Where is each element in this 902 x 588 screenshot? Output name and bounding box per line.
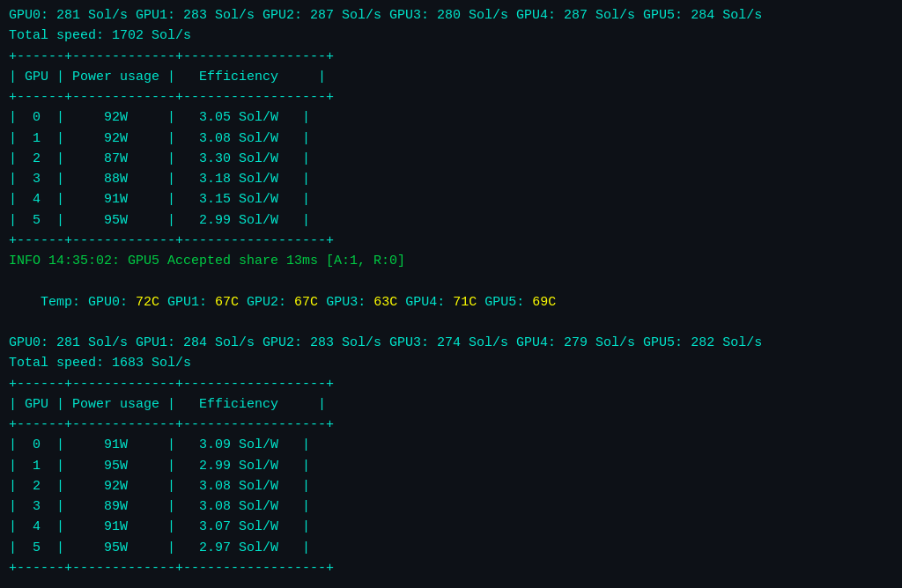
temp-gpu2: 67C <box>294 295 318 310</box>
table1-divider-top: +------+-------------+------------------… <box>9 47 893 67</box>
temp-gpu4: 71C <box>453 295 477 310</box>
temp-prefix: Temp: GPU0: <box>41 295 136 310</box>
terminal-output: GPU0: 281 Sol/s GPU1: 283 Sol/s GPU2: 28… <box>9 5 893 578</box>
temp-gpu0: 72C <box>136 295 159 310</box>
table1-row-2: | 2 | 87W | 3.30 Sol/W | <box>9 149 893 169</box>
table1-row-4: | 4 | 91W | 3.15 Sol/W | <box>9 189 893 209</box>
gpu-speeds-1: GPU0: 281 Sol/s GPU1: 283 Sol/s GPU2: 28… <box>9 5 893 26</box>
temp-gpu5: 69C <box>532 295 556 310</box>
table2-divider-mid: +------+-------------+------------------… <box>9 415 893 435</box>
table2-row-3: | 3 | 89W | 3.08 Sol/W | <box>9 496 893 517</box>
table1-row-0: | 0 | 92W | 3.05 Sol/W | <box>9 107 893 128</box>
info-line: INFO 14:35:02: GPU5 Accepted share 13ms … <box>9 251 893 271</box>
table2-row-2: | 2 | 92W | 3.08 Sol/W | <box>9 476 893 496</box>
temp-gpu3: 63C <box>373 295 397 310</box>
table2-row-1: | 1 | 95W | 2.99 Sol/W | <box>9 456 893 476</box>
table1-divider-bot: +------+-------------+------------------… <box>9 231 893 251</box>
table2-row-4: | 4 | 91W | 3.07 Sol/W | <box>9 517 893 537</box>
table2-divider-top: +------+-------------+------------------… <box>9 374 893 394</box>
table2-row-5: | 5 | 95W | 2.97 Sol/W | <box>9 538 893 558</box>
table2-row-0: | 0 | 91W | 3.09 Sol/W | <box>9 435 893 455</box>
table1-row-3: | 3 | 88W | 3.18 Sol/W | <box>9 169 893 189</box>
table1-divider-mid: +------+-------------+------------------… <box>9 87 893 107</box>
table1-row-1: | 1 | 92W | 3.08 Sol/W | <box>9 129 893 149</box>
total-speed-2: Total speed: 1683 Sol/s <box>9 353 893 373</box>
table1-row-5: | 5 | 95W | 2.99 Sol/W | <box>9 210 893 231</box>
table2-header: | GPU | Power usage | Efficiency | <box>9 394 893 415</box>
gpu-speeds-2: GPU0: 281 Sol/s GPU1: 284 Sol/s GPU2: 28… <box>9 333 893 353</box>
table1-header: | GPU | Power usage | Efficiency | <box>9 67 893 87</box>
temp-gpu1: 67C <box>215 295 239 310</box>
temp-line: Temp: GPU0: 72C GPU1: 67C GPU2: 67C GPU3… <box>9 271 893 333</box>
total-speed-1: Total speed: 1702 Sol/s <box>9 26 893 46</box>
table2-divider-bot: +------+-------------+------------------… <box>9 558 893 578</box>
